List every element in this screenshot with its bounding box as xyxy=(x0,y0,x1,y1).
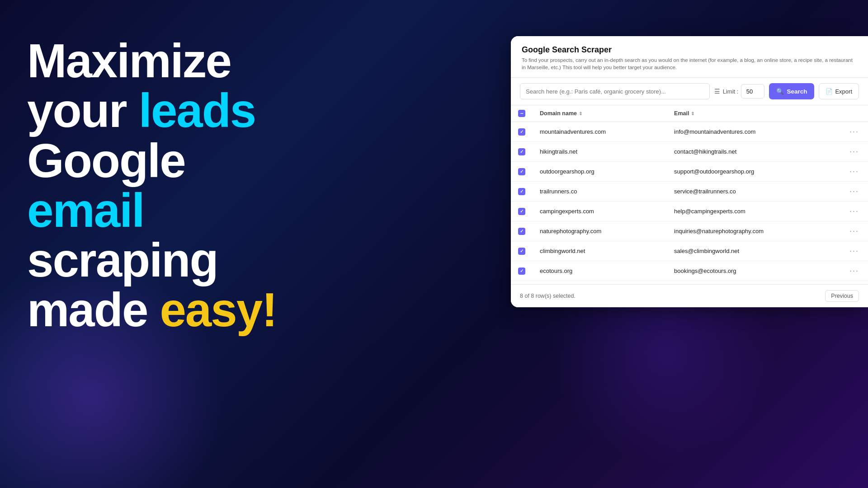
email-sort-icon: ⇕ xyxy=(691,111,694,116)
email-cell: contact@hikingtrails.net xyxy=(667,142,840,162)
table-row: campingexperts.com help@campingexperts.c… xyxy=(511,202,868,221)
pagination-controls: Previous xyxy=(825,290,859,302)
row-checkbox-cell[interactable] xyxy=(511,241,533,261)
panel-title: Google Search Scraper xyxy=(522,45,857,55)
domain-cell: hikingtrails.net xyxy=(533,142,667,162)
hero-line-2-accent: leads xyxy=(139,84,256,137)
export-label: Export xyxy=(835,88,852,95)
table-row: outdoorgearshop.org support@outdoorgears… xyxy=(511,162,868,182)
select-all-header[interactable] xyxy=(511,105,533,122)
row-checkbox[interactable] xyxy=(518,248,525,255)
table-row: trailrunners.co service@trailrunners.co … xyxy=(511,182,868,202)
app-panel: Google Search Scraper To find your prosp… xyxy=(511,36,868,307)
row-actions-cell[interactable]: ··· xyxy=(840,261,868,281)
panel-header: Google Search Scraper To find your prosp… xyxy=(511,36,868,78)
row-checkbox[interactable] xyxy=(518,228,525,235)
domain-cell: ecotours.org xyxy=(533,261,667,281)
email-cell: service@trailrunners.co xyxy=(667,182,840,202)
hero-section: Maximize your leads Google email scrapin… xyxy=(27,36,307,335)
row-actions-cell[interactable]: ··· xyxy=(840,142,868,162)
row-checkbox-cell[interactable] xyxy=(511,182,533,202)
row-checkbox-cell[interactable] xyxy=(511,162,533,182)
hero-line-5: made easy! xyxy=(27,285,307,335)
row-checkbox[interactable] xyxy=(518,148,525,155)
row-checkbox-cell[interactable] xyxy=(511,202,533,221)
email-col-label: Email xyxy=(674,110,689,117)
selection-info: 8 of 8 row(s) selected. xyxy=(520,293,576,299)
domain-cell: climbingworld.net xyxy=(533,241,667,261)
hero-line-3-accent: email xyxy=(27,184,144,237)
hero-line-1: Maximize xyxy=(27,36,307,86)
table-row: climbingworld.net sales@climbingworld.ne… xyxy=(511,241,868,261)
row-actions-cell[interactable]: ··· xyxy=(840,162,868,182)
search-button[interactable]: 🔍 Search xyxy=(769,83,814,99)
email-cell: info@mountainadventures.com xyxy=(667,122,840,142)
row-checkbox[interactable] xyxy=(518,168,525,175)
domain-sort-icon: ⇕ xyxy=(579,111,582,116)
table-row: ecotours.org bookings@ecotours.org ··· xyxy=(511,261,868,281)
export-icon: 📄 xyxy=(826,88,833,95)
row-checkbox[interactable] xyxy=(518,128,525,136)
row-more-button[interactable]: ··· xyxy=(848,187,861,196)
limit-label: Limit : xyxy=(723,88,739,95)
table-body: mountainadventures.com info@mountainadve… xyxy=(511,122,868,281)
prev-button[interactable]: Previous xyxy=(825,290,859,302)
row-more-button[interactable]: ··· xyxy=(848,167,861,176)
hero-line-4: scraping xyxy=(27,235,307,285)
domain-cell: trailrunners.co xyxy=(533,182,667,202)
row-more-button[interactable]: ··· xyxy=(848,226,861,235)
hero-line-5-accent: easy! xyxy=(160,283,277,336)
results-table: Domain name ⇕ Email ⇕ xyxy=(511,105,868,281)
row-more-button[interactable]: ··· xyxy=(848,206,861,216)
row-more-button[interactable]: ··· xyxy=(848,246,861,255)
email-cell: sales@climbingworld.net xyxy=(667,241,840,261)
domain-column-header[interactable]: Domain name ⇕ xyxy=(533,105,667,122)
export-button[interactable]: 📄 Export xyxy=(819,83,859,99)
limit-input[interactable] xyxy=(741,84,764,99)
row-more-button[interactable]: ··· xyxy=(848,266,861,275)
email-cell: support@outdoorgearshop.org xyxy=(667,162,840,182)
search-btn-label: Search xyxy=(787,88,807,95)
search-btn-icon: 🔍 xyxy=(776,88,784,95)
row-actions-cell[interactable]: ··· xyxy=(840,241,868,261)
domain-col-label: Domain name xyxy=(540,110,577,117)
hero-line-3-text: Google xyxy=(27,134,185,187)
row-actions-cell[interactable]: ··· xyxy=(840,122,868,142)
row-checkbox[interactable] xyxy=(518,188,525,195)
row-actions-cell[interactable]: ··· xyxy=(840,182,868,202)
email-cell: help@campingexperts.com xyxy=(667,202,840,221)
table-row: naturephotography.com inquiries@natureph… xyxy=(511,221,868,241)
toolbar: ☰ Limit : 🔍 Search 📄 Export xyxy=(511,78,868,105)
limit-group: ☰ Limit : xyxy=(714,84,765,99)
table-row: hikingtrails.net contact@hikingtrails.ne… xyxy=(511,142,868,162)
table-row: mountainadventures.com info@mountainadve… xyxy=(511,122,868,142)
row-checkbox-cell[interactable] xyxy=(511,221,533,241)
domain-cell: outdoorgearshop.org xyxy=(533,162,667,182)
domain-cell: campingexperts.com xyxy=(533,202,667,221)
row-checkbox[interactable] xyxy=(518,267,525,275)
row-checkbox-cell[interactable] xyxy=(511,122,533,142)
table-header-row: Domain name ⇕ Email ⇕ xyxy=(511,105,868,122)
hero-line-5-text: made xyxy=(27,283,160,336)
hero-line-2: your leads xyxy=(27,86,307,136)
email-cell: bookings@ecotours.org xyxy=(667,261,840,281)
email-column-header[interactable]: Email ⇕ xyxy=(667,105,840,122)
email-cell: inquiries@naturephotography.com xyxy=(667,221,840,241)
row-checkbox[interactable] xyxy=(518,208,525,215)
panel-footer: 8 of 8 row(s) selected. Previous xyxy=(511,284,868,307)
hero-line-2-text: your xyxy=(27,84,139,137)
results-table-container: Domain name ⇕ Email ⇕ xyxy=(511,105,868,284)
search-input[interactable] xyxy=(520,83,710,99)
select-all-checkbox[interactable] xyxy=(518,110,525,117)
actions-column-header xyxy=(840,105,868,122)
domain-cell: naturephotography.com xyxy=(533,221,667,241)
row-actions-cell[interactable]: ··· xyxy=(840,202,868,221)
list-icon: ☰ xyxy=(714,88,720,95)
row-checkbox-cell[interactable] xyxy=(511,261,533,281)
domain-cell: mountainadventures.com xyxy=(533,122,667,142)
row-more-button[interactable]: ··· xyxy=(848,127,861,136)
row-actions-cell[interactable]: ··· xyxy=(840,221,868,241)
row-checkbox-cell[interactable] xyxy=(511,142,533,162)
hero-line-3: Google email xyxy=(27,136,307,236)
row-more-button[interactable]: ··· xyxy=(848,147,861,156)
